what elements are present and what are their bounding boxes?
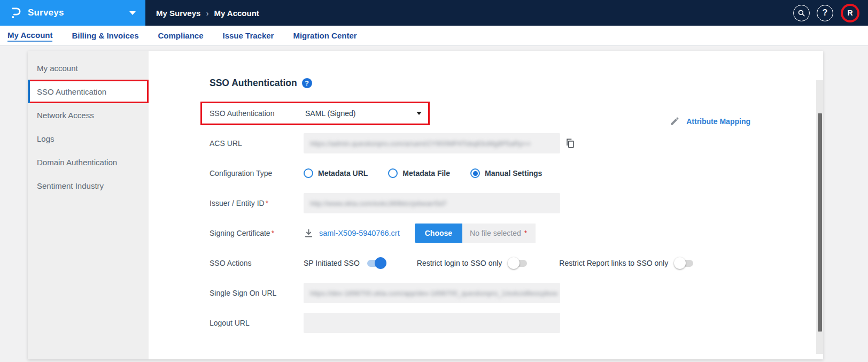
logout-url-row: Logout URL: [210, 313, 823, 333]
pencil-icon: [670, 116, 680, 126]
acs-url-value-redacted: https://admin.questionpro.com/a/saml/2Y9…: [310, 140, 531, 148]
breadcrumb-my-surveys[interactable]: My Surveys: [156, 9, 200, 18]
app-switcher[interactable]: Surveys: [0, 0, 145, 26]
sidebar-item-network-access[interactable]: Network Access: [28, 103, 149, 127]
sso-authentication-row-annotation: SSO Authentication SAML (Signed): [200, 102, 430, 125]
acs-url-row: ACS URL https://admin.questionpro.com/a/…: [210, 133, 823, 153]
single-sign-on-url-field[interactable]: https://dev-1898700.okta.com/app/dev-189…: [304, 283, 560, 303]
chevron-down-icon: [416, 112, 422, 115]
breadcrumb-my-account: My Account: [214, 9, 259, 18]
chevron-down-icon: [129, 11, 136, 15]
issuer-field[interactable]: http://www.okta.com/exkc369btzzjxbwarr5d…: [304, 193, 560, 213]
sso-settings-panel: SSO Authentication ? SSO Authentication …: [149, 51, 823, 359]
acs-url-field: https://admin.questionpro.com/a/saml/2Y9…: [304, 133, 560, 153]
certificate-file-link[interactable]: saml-X509-5940766.crt: [319, 229, 400, 237]
required-marker: *: [266, 199, 268, 207]
issuer-label: Issuer / Entity ID*: [210, 199, 304, 207]
sp-initiated-sso-label: SP Initiated SSO: [304, 259, 360, 267]
choose-file-button[interactable]: Choose: [415, 224, 462, 243]
header-actions: ? R: [793, 5, 868, 21]
attribute-mapping: Attribute Mapping: [670, 116, 750, 126]
app-name: Surveys: [28, 7, 64, 18]
sidebar-item-sentiment-industry[interactable]: Sentiment Industry: [28, 174, 149, 197]
restrict-report-links-label: Restrict Report links to SSO only: [559, 259, 668, 267]
tab-migration-center[interactable]: Migration Center: [293, 30, 356, 41]
restrict-login-label: Restrict login to SSO only: [417, 259, 502, 267]
restrict-report-links-toggle[interactable]: [676, 260, 693, 267]
acs-url-label: ACS URL: [210, 139, 304, 148]
radio-metadata-url[interactable]: Metadata URL: [304, 168, 368, 178]
page-title: SSO Authentication: [210, 78, 297, 89]
signing-certificate-controls: saml-X509-5940766.crt Choose No file sel…: [304, 224, 536, 243]
scrollbar-track[interactable]: [816, 80, 823, 354]
tab-compliance[interactable]: Compliance: [158, 30, 203, 41]
tab-my-account[interactable]: My Account: [7, 29, 52, 42]
top-header: Surveys My Surveys › My Account ? R: [0, 0, 868, 26]
sidebar-item-logs[interactable]: Logs: [28, 127, 149, 150]
toggle-knob: [674, 257, 686, 269]
sidebar-item-domain-authentication[interactable]: Domain Authentication: [28, 150, 149, 174]
help-icon[interactable]: ?: [817, 5, 833, 21]
settings-card: My account SSO Authentication Network Ac…: [28, 51, 823, 359]
sp-initiated-sso-group: SP Initiated SSO: [304, 259, 385, 267]
sp-initiated-sso-toggle[interactable]: [367, 260, 385, 267]
required-marker: *: [524, 229, 527, 237]
issuer-value-redacted: http://www.okta.com/exkc369btzzjxbwarr5d…: [310, 199, 447, 207]
single-sign-on-url-value-redacted: https://dev-1898700.okta.com/app/dev-189…: [310, 289, 557, 297]
breadcrumb-separator: ›: [206, 9, 208, 18]
logout-url-label: Logout URL: [210, 319, 304, 327]
sso-authentication-label: SSO Authentication: [210, 109, 305, 118]
single-sign-on-url-label: Single Sign On URL: [210, 289, 304, 297]
radio-icon: [304, 168, 313, 178]
breadcrumb: My Surveys › My Account: [156, 9, 259, 18]
account-subnav: My Account Billing & Invoices Compliance…: [0, 26, 868, 46]
configuration-type-label: Configuration Type: [210, 169, 304, 178]
toggle-knob: [508, 257, 520, 269]
settings-sidebar: My account SSO Authentication Network Ac…: [28, 51, 149, 359]
signing-certificate-label: Signing Certificate*: [210, 229, 304, 237]
radio-manual-settings[interactable]: Manual Settings: [470, 168, 542, 178]
sidebar-item-my-account[interactable]: My account: [28, 56, 149, 80]
search-icon[interactable]: [793, 5, 810, 21]
radio-checked-icon: [470, 168, 480, 178]
download-icon[interactable]: [304, 228, 314, 238]
single-sign-on-url-row: Single Sign On URL https://dev-1898700.o…: [210, 283, 823, 303]
scrollbar-thumb[interactable]: [818, 113, 822, 332]
radio-metadata-file[interactable]: Metadata File: [388, 168, 450, 178]
toggle-knob: [375, 257, 386, 269]
tab-billing-invoices[interactable]: Billing & Invoices: [72, 30, 138, 41]
sidebar-item-sso-authentication[interactable]: SSO Authentication: [28, 80, 149, 103]
sso-authentication-select[interactable]: SAML (Signed): [305, 109, 422, 118]
sso-actions-row: SSO Actions SP Initiated SSO Restrict lo…: [210, 253, 823, 273]
radio-icon: [388, 168, 398, 178]
avatar[interactable]: R: [843, 6, 857, 20]
title-help-icon[interactable]: ?: [302, 78, 312, 88]
signing-certificate-row: Signing Certificate* saml-X509-5940766.c…: [210, 223, 823, 243]
issuer-row: Issuer / Entity ID* http://www.okta.com/…: [210, 193, 823, 213]
no-file-selected-text: No file selected *: [462, 224, 536, 243]
restrict-login-group: Restrict login to SSO only: [417, 259, 528, 267]
questionpro-logo-icon: [9, 6, 22, 20]
configuration-type-options: Metadata URL Metadata File Manual Settin…: [304, 168, 542, 178]
configuration-type-row: Configuration Type Metadata URL Metadata…: [210, 163, 823, 183]
required-marker: *: [272, 229, 274, 237]
tab-issue-tracker[interactable]: Issue Tracker: [223, 30, 274, 41]
sso-actions-toggles: SP Initiated SSO Restrict login to SSO o…: [304, 259, 693, 267]
sso-authentication-selected-value: SAML (Signed): [305, 109, 355, 118]
attribute-mapping-link[interactable]: Attribute Mapping: [686, 117, 750, 126]
copy-icon[interactable]: [564, 137, 576, 149]
logout-url-field[interactable]: [304, 313, 560, 333]
restrict-login-toggle[interactable]: [509, 260, 527, 267]
restrict-report-links-group: Restrict Report links to SSO only: [559, 259, 693, 267]
sso-actions-label: SSO Actions: [210, 259, 304, 267]
